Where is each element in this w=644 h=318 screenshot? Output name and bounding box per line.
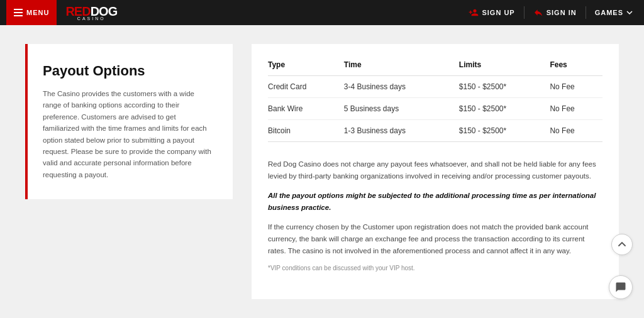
- row3-type: Bitcoin: [268, 120, 344, 142]
- chevron-down-icon: [626, 9, 633, 16]
- row2-limits: $150 - $2500*: [459, 98, 550, 120]
- row3-time: 1-3 Business days: [344, 120, 459, 142]
- col-type: Type: [268, 57, 344, 76]
- payout-table: Type Time Limits Fees Credit Card 3-4 Bu…: [268, 57, 602, 142]
- signin-label: SIGN IN: [547, 9, 577, 16]
- logo-text: RED DOG CASINO: [65, 4, 117, 21]
- chat-button[interactable]: [609, 275, 633, 299]
- table-row: Bitcoin 1-3 Business days $150 - $2500* …: [268, 120, 602, 142]
- col-limits: Limits: [459, 57, 550, 76]
- menu-button[interactable]: MENU: [6, 0, 57, 25]
- header-right: SIGN UP SIGN IN GAMES: [464, 0, 638, 25]
- left-panel: Payout Options The Casino provides the c…: [25, 44, 233, 199]
- info-paragraph1: Red Dog Casino does not charge any payou…: [268, 158, 602, 182]
- right-panel: Type Time Limits Fees Credit Card 3-4 Bu…: [252, 44, 619, 299]
- table-row: Bank Wire 5 Business days $150 - $2500* …: [268, 98, 602, 120]
- vip-note: *VIP conditions can be discussed with yo…: [268, 265, 602, 271]
- col-fees: Fees: [550, 57, 602, 76]
- info-paragraph3: If the currency chosen by the Customer u…: [268, 221, 602, 257]
- row3-fees: No Fee: [550, 120, 602, 142]
- signup-button[interactable]: SIGN UP: [464, 0, 519, 25]
- row2-time: 5 Business days: [344, 98, 459, 120]
- user-plus-icon: [469, 8, 479, 18]
- header-divider2: [586, 6, 586, 19]
- row1-limits: $150 - $2500*: [459, 76, 550, 98]
- header-divider: [524, 6, 525, 19]
- header-left: MENU RED DOG CASINO: [6, 0, 117, 25]
- header: MENU RED DOG CASINO SIGN UP: [0, 0, 644, 25]
- row1-fees: No Fee: [550, 76, 602, 98]
- chevron-up-icon: [618, 240, 626, 249]
- info-paragraph2: All the payout options might be subjecte…: [268, 190, 602, 214]
- payout-description: The Casino provides the customers with a…: [43, 88, 214, 180]
- row2-type: Bank Wire: [268, 98, 344, 120]
- logo-casino: CASINO: [65, 16, 117, 21]
- logo[interactable]: RED DOG CASINO: [65, 4, 117, 21]
- signin-button[interactable]: SIGN IN: [528, 0, 582, 25]
- table-row: Credit Card 3-4 Business days $150 - $25…: [268, 76, 602, 98]
- main-content: Payout Options The Casino provides the c…: [0, 25, 644, 318]
- menu-label: MENU: [26, 9, 49, 16]
- signup-label: SIGN UP: [482, 9, 514, 16]
- games-label: GAMES: [595, 9, 623, 16]
- chat-icon: [615, 282, 626, 293]
- row1-time: 3-4 Business days: [344, 76, 459, 98]
- scroll-up-button[interactable]: [611, 234, 633, 255]
- row2-fees: No Fee: [550, 98, 602, 120]
- games-button[interactable]: GAMES: [590, 0, 638, 25]
- signin-icon: [533, 8, 543, 18]
- row3-limits: $150 - $2500*: [459, 120, 550, 142]
- row1-type: Credit Card: [268, 76, 344, 98]
- col-time: Time: [344, 57, 459, 76]
- info-section: Red Dog Casino does not charge any payou…: [268, 158, 602, 271]
- menu-icon: [14, 9, 23, 16]
- payout-title: Payout Options: [43, 63, 214, 79]
